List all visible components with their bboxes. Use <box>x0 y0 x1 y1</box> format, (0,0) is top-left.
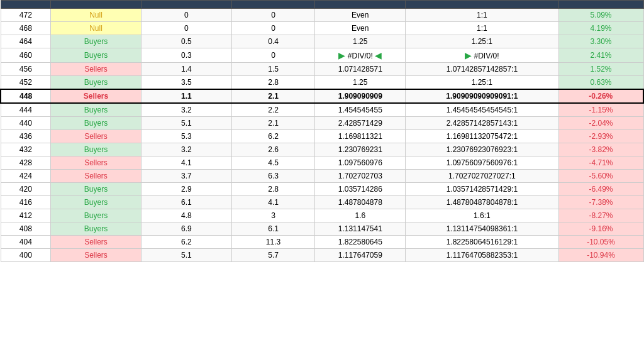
table-row: 452Buyers3.52.81.251.25:10.63% <box>1 76 643 90</box>
arrow-left-icon: ▶ <box>338 50 345 60</box>
cell-from-price: 1.52% <box>558 63 643 76</box>
cell-ratio: 1.25 <box>315 76 406 90</box>
main-table: 472Null00Even1:15.09%468Null00Even1:14.1… <box>0 0 644 262</box>
cell-ratio: 1.822580645 <box>315 236 406 249</box>
table-row: 404Sellers6.211.31.8225806451.8225806451… <box>1 236 643 249</box>
cell-buyers-sellers: Buyers <box>51 48 142 63</box>
cell-ratio: 2.428571429 <box>315 117 406 130</box>
cell-price: 400 <box>1 249 51 262</box>
cell-box-buyers: 1.4 <box>141 63 231 76</box>
cell-ratio-refined: 1.90909090909091:1 <box>406 89 558 103</box>
cell-box-buyers: 3.5 <box>141 76 231 90</box>
cell-box-buyers: 1.1 <box>141 89 231 103</box>
cell-price: 412 <box>1 209 51 222</box>
cell-ratio: 1.035714286 <box>315 183 406 196</box>
cell-ratio-refined: 2.42857142857143:1 <box>406 117 558 130</box>
cell-ratio: 1.071428571 <box>315 63 406 76</box>
cell-price: 448 <box>1 89 51 103</box>
cell-box-buyers: 0.5 <box>141 35 231 48</box>
header-boxes-buyers <box>141 1 231 9</box>
header-ratio-refined <box>406 1 558 9</box>
cell-ratio: 1.131147541 <box>315 222 406 236</box>
cell-buyers-sellers: Buyers <box>51 222 142 236</box>
cell-from-price: 2.41% <box>558 48 643 63</box>
cell-from-price: -10.05% <box>558 236 643 249</box>
cell-box-sellers: 3 <box>231 209 315 222</box>
cell-ratio: 1.487804878 <box>315 196 406 209</box>
cell-ratio-refined: 1.13114754098361:1 <box>406 222 558 236</box>
cell-box-buyers: 4.1 <box>141 156 231 170</box>
cell-from-price: -1.15% <box>558 103 643 117</box>
cell-buyers-sellers: Sellers <box>51 63 142 76</box>
header-boxes-sellers <box>231 1 315 9</box>
arrow-right-icon: ◀ <box>375 50 382 60</box>
cell-price: 404 <box>1 236 51 249</box>
cell-box-buyers: 0 <box>141 22 231 35</box>
header-buyers-sellers <box>51 1 142 9</box>
cell-box-sellers: 2.1 <box>231 117 315 130</box>
cell-price: 444 <box>1 103 51 117</box>
cell-from-price: -7.38% <box>558 196 643 209</box>
cell-buyers-sellers: Sellers <box>51 156 142 170</box>
cell-buyers-sellers: Sellers <box>51 130 142 143</box>
cell-ratio-refined: 1.03571428571429:1 <box>406 183 558 196</box>
table-row: 408Buyers6.96.11.1311475411.131147540983… <box>1 222 643 236</box>
cell-ratio-refined: 1:1 <box>406 22 558 35</box>
cell-price: 436 <box>1 130 51 143</box>
table-row: 472Null00Even1:15.09% <box>1 9 643 22</box>
cell-price: 416 <box>1 196 51 209</box>
table-row: 424Sellers3.76.31.7027027031.70270270270… <box>1 170 643 183</box>
cell-ratio: Even <box>315 9 406 22</box>
cell-buyers-sellers: Sellers <box>51 170 142 183</box>
cell-price: 452 <box>1 76 51 90</box>
cell-box-sellers: 2.6 <box>231 143 315 156</box>
cell-ratio: 1.169811321 <box>315 130 406 143</box>
cell-ratio: 1.230769231 <box>315 143 406 156</box>
cell-box-sellers: 11.3 <box>231 236 315 249</box>
cell-from-price: -6.49% <box>558 183 643 196</box>
table-row: 400Sellers5.15.71.1176470591.11764705882… <box>1 249 643 262</box>
cell-box-buyers: 4.8 <box>141 209 231 222</box>
cell-box-sellers: 2.8 <box>231 183 315 196</box>
cell-box-sellers: 5.7 <box>231 249 315 262</box>
cell-buyers-sellers: Buyers <box>51 76 142 90</box>
cell-from-price: 3.30% <box>558 35 643 48</box>
cell-from-price: -2.04% <box>558 117 643 130</box>
cell-price: 432 <box>1 143 51 156</box>
cell-box-sellers: 4.1 <box>231 196 315 209</box>
cell-ratio-refined: 1.45454545454545:1 <box>406 103 558 117</box>
cell-ratio: 1.25 <box>315 35 406 48</box>
cell-ratio-refined: 1.25:1 <box>406 76 558 90</box>
header-row <box>1 1 643 9</box>
cell-box-buyers: 5.1 <box>141 249 231 262</box>
cell-box-sellers: 6.1 <box>231 222 315 236</box>
cell-box-sellers: 0 <box>231 9 315 22</box>
cell-ratio-refined: 1.07142857142857:1 <box>406 63 558 76</box>
cell-buyers-sellers: Sellers <box>51 236 142 249</box>
cell-from-price: -4.71% <box>558 156 643 170</box>
cell-ratio-refined: 1.82258064516129:1 <box>406 236 558 249</box>
cell-buyers-sellers: Buyers <box>51 35 142 48</box>
cell-ratio-refined: 1.6:1 <box>406 209 558 222</box>
cell-from-price: -2.93% <box>558 130 643 143</box>
cell-from-price: -0.26% <box>558 89 643 103</box>
cell-box-sellers: 1.5 <box>231 63 315 76</box>
cell-box-buyers: 3.7 <box>141 170 231 183</box>
cell-price: 460 <box>1 48 51 63</box>
cell-ratio: 1.454545455 <box>315 103 406 117</box>
table-row: 460Buyers0.30▶ #DIV/0! ◀▶ #DIV/0! 2.41% <box>1 48 643 63</box>
header-from-price <box>558 1 643 9</box>
cell-buyers-sellers: Null <box>51 9 142 22</box>
table-row: 432Buyers3.22.61.2307692311.230769230769… <box>1 143 643 156</box>
table-row: 420Buyers2.92.81.0357142861.035714285714… <box>1 183 643 196</box>
cell-price: 440 <box>1 117 51 130</box>
cell-ratio: Even <box>315 22 406 35</box>
cell-ratio-refined: 1.25:1 <box>406 35 558 48</box>
cell-box-buyers: 5.3 <box>141 130 231 143</box>
table-row: 440Buyers5.12.12.4285714292.428571428571… <box>1 117 643 130</box>
cell-ratio: 1.6 <box>315 209 406 222</box>
cell-box-sellers: 2.8 <box>231 76 315 90</box>
cell-ratio-refined: 1.7027027027027:1 <box>406 170 558 183</box>
cell-price: 428 <box>1 156 51 170</box>
table-row: 456Sellers1.41.51.0714285711.07142857142… <box>1 63 643 76</box>
